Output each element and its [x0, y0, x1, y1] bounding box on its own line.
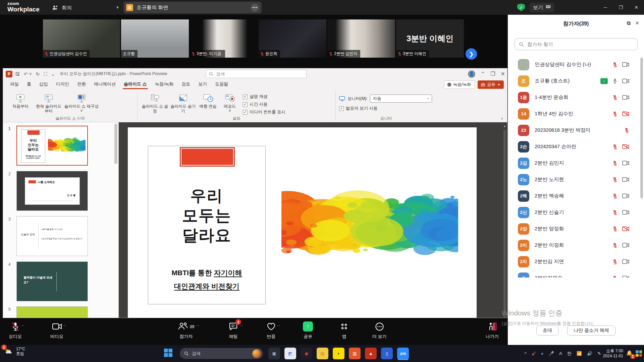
participant-row[interactable]: 2백 2분반 백승혜 [508, 188, 644, 204]
participant-row[interactable]: 조 조규황 (호스트) ↑ [508, 73, 644, 89]
reactions-options-chevron[interactable]: ︿ [277, 323, 280, 327]
invite-button[interactable]: 초대 [536, 325, 558, 336]
participant-row[interactable]: 2양 2분반 양정화 [508, 221, 644, 237]
tab-meeting[interactable]: 회의 [52, 3, 72, 13]
zoom-app-icon[interactable]: zm [397, 348, 409, 359]
tray-brush-icon[interactable]: 🖌 [532, 351, 536, 356]
record-slideshow-button[interactable]: 레코드˅ [219, 92, 241, 113]
screen-capture-app-icon[interactable]: ▣ [268, 348, 280, 359]
slide-thumbnail-5[interactable] [16, 306, 88, 318]
ppt-restore-icon[interactable]: ❐ [490, 71, 495, 77]
next-videos-button[interactable]: ❯ [466, 48, 477, 60]
leave-button[interactable]: 나가기 [486, 321, 499, 340]
hide-slide-button[interactable]: 슬라이드 숨기기 [169, 92, 197, 113]
participant-row[interactable]: 2신 2분반 신슬기 [508, 204, 644, 221]
ribbon-tab-삽입[interactable]: 삽입 [36, 79, 52, 90]
participant-row[interactable]: 2이 2분반 이정희 [508, 237, 644, 253]
pdf-reader-icon[interactable]: ▲ [365, 348, 377, 359]
undo-icon[interactable]: ↶ ˅ [24, 71, 32, 77]
participant-row[interactable]: 2김 2분반 김민지 [508, 155, 644, 171]
taskbar-search[interactable]: 검색 [180, 348, 263, 359]
tray-mic-icon[interactable]: 🎤 [549, 351, 554, 356]
video-tile[interactable]: 3분반 이혜인 3분반 이혜인 [396, 19, 464, 58]
canvas-scrollbar[interactable]: ▲ ▼ [503, 124, 506, 318]
video-tile[interactable]: 윤은희 [259, 19, 326, 58]
ime-a-indicator[interactable]: A [559, 351, 562, 356]
participant-row[interactable]: 1윤 1-4분반 윤승희 [508, 89, 644, 106]
kakaotalk-icon[interactable]: ◗ [333, 348, 344, 359]
video-tile[interactable]: 조규황 [121, 19, 189, 58]
participant-row[interactable]: 2손 202420347 손아란 [508, 138, 644, 155]
rehearse-timings-button[interactable]: 예행 연습 [197, 92, 219, 109]
volume-icon[interactable]: 🔊 [587, 351, 592, 356]
scroll-up-icon[interactable]: ▲ [503, 124, 506, 128]
unmute-me-button[interactable]: 나만 음소거 해제 [567, 325, 615, 336]
participants-button[interactable]: 39 ︿ 참가자 [178, 321, 194, 340]
tray-chevron-icon[interactable]: ^ [525, 351, 527, 356]
audio-button[interactable]: ︿ 오디오 [9, 321, 22, 340]
view-button[interactable]: 보기 [530, 3, 554, 12]
restore-button[interactable]: ❐ [613, 0, 629, 15]
ribbon-tab-녹음/녹화[interactable]: 녹음/녹화 [151, 79, 177, 90]
redo-icon[interactable]: ↻ [36, 71, 40, 77]
video-button[interactable]: ︿ 비디오 [50, 321, 63, 340]
participant-row[interactable]: 23 202320616 3분반 박정미 [508, 122, 644, 138]
ribbon-tab-파일[interactable]: 파일 [6, 79, 22, 90]
notebook-app-icon[interactable]: ▯ [381, 348, 393, 359]
office-chart-app-icon[interactable]: ▥ [349, 348, 361, 359]
slide-thumbnail-1[interactable]: 우리모두는달라요 MBTI를 통한 자기이해대인관계와 비전찾기 [16, 126, 88, 166]
close-panel-icon[interactable]: ✕ [635, 20, 639, 26]
brand-chevron-down-icon[interactable]: ▼ [116, 5, 119, 9]
ime-korean-indicator[interactable]: 한 [567, 351, 572, 357]
ribbon-tab-전환[interactable]: 전환 [73, 79, 90, 90]
ppt-search-box[interactable] [206, 70, 307, 78]
ppt-share-button[interactable]: 🖄 공유 ▼ [478, 80, 504, 89]
account-avatar[interactable]: 👤 [468, 70, 475, 78]
share-screen-button[interactable]: ↑ 공유 [303, 321, 313, 340]
video-tile[interactable]: 인권상담센터 김수인 [43, 19, 120, 58]
record-toggle[interactable]: 녹음/녹화 [444, 80, 475, 89]
customize-qat-icon[interactable]: ⌄ [51, 71, 55, 77]
ppt-close-icon[interactable]: ✕ [501, 71, 505, 77]
participant-search[interactable] [515, 38, 638, 50]
thumbnail-scrollbar[interactable] [114, 124, 117, 164]
ribbon-tab-홈[interactable]: 홈 [23, 79, 35, 90]
tab-shared-screen[interactable]: 조 조규황의 화면 ••• [123, 2, 262, 13]
ribbon-tab-도움말[interactable]: 도움말 [211, 79, 232, 90]
close-button[interactable]: ✕ [629, 0, 644, 15]
presenter-view-checkbox[interactable]: ✓ 발표자 보기 사용 [339, 106, 432, 111]
minimize-button[interactable]: ─ [598, 0, 613, 15]
start-from-beginning-icon[interactable]: ⛶ [44, 71, 47, 77]
taskbar-clock[interactable]: 오후 7:00 2024-11-01 [603, 349, 624, 359]
setup-slideshow-button[interactable]: 슬라이드 쇼 설정 [141, 92, 169, 113]
participant-row[interactable]: 인권상담센터 김수인 (나) [508, 56, 644, 73]
participants-scrollbar[interactable] [640, 58, 643, 198]
from-start-button[interactable]: 처음부터 [6, 92, 35, 109]
custom-slideshow-button[interactable]: 슬라이드 쇼 재구성 ˅ [63, 92, 100, 113]
ribbon-tab-검토[interactable]: 검토 [178, 79, 194, 90]
save-icon[interactable]: 🖫 [15, 71, 20, 77]
video-tile[interactable]: 2분반 김민지 [327, 19, 395, 58]
audio-options-chevron[interactable]: ︿ [21, 323, 24, 327]
participant-row[interactable]: 2 2분반정명숙 [508, 270, 644, 278]
checkbox-설명재생[interactable]: ✓설명 재생 [243, 94, 285, 100]
participant-row[interactable]: 2노 2분반 노지현 [508, 171, 644, 188]
weather-widget[interactable]: ⛅ 1 17°C 흐림 [3, 346, 25, 356]
wifi-icon[interactable]: 📶 [577, 351, 582, 356]
ribbon-tab-디자인[interactable]: 디자인 [52, 79, 73, 90]
participant-row[interactable]: 14 1학년 4반 김수민 [508, 106, 644, 122]
video-tile[interactable]: 3분반. 이기금. [190, 19, 258, 58]
participant-search-input[interactable] [527, 41, 633, 47]
chat-button[interactable]: 2 ︿ 채팅 [229, 321, 238, 340]
participants-options-chevron[interactable]: ︿ [196, 323, 200, 327]
participant-row[interactable]: 2지 2분반김 지연 [508, 253, 644, 270]
start-button[interactable] [164, 348, 173, 359]
slide-thumbnail-3[interactable]: 오늘의 강의 •MBTI를 통한 자기이해 •성격유형별 특성 이해 (대인관계… [16, 216, 88, 256]
from-current-slide-button[interactable]: 현재 슬라이드부터 [35, 92, 63, 113]
ribbon-tab-애니메이션[interactable]: 애니메이션 [90, 79, 119, 90]
reactions-button[interactable]: ︿ 반응 [267, 321, 276, 340]
video-options-chevron[interactable]: ︿ [63, 323, 66, 327]
widgets-icon[interactable] [636, 350, 642, 357]
tray-app-icon[interactable]: ● [541, 351, 544, 356]
ribbon-tab-보기[interactable]: 보기 [195, 79, 211, 90]
